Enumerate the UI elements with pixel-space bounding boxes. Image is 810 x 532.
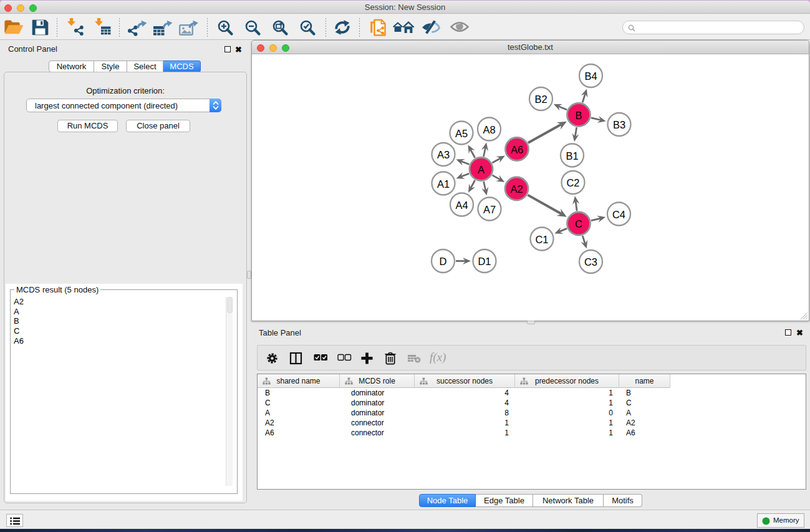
svg-text:A8: A8 — [483, 124, 495, 135]
svg-text:A3: A3 — [437, 149, 450, 160]
svg-text:A4: A4 — [455, 200, 468, 211]
svg-text:A6: A6 — [511, 144, 523, 155]
svg-text:C3: C3 — [584, 256, 597, 268]
svg-text:D1: D1 — [478, 256, 491, 267]
svg-text:B3: B3 — [613, 119, 625, 130]
svg-text:B: B — [575, 110, 582, 121]
svg-text:C1: C1 — [535, 234, 548, 245]
svg-text:A2: A2 — [510, 183, 523, 195]
svg-text:A7: A7 — [483, 204, 496, 215]
svg-text:B1: B1 — [566, 150, 578, 162]
svg-text:B2: B2 — [534, 94, 547, 105]
svg-text:B4: B4 — [584, 70, 597, 82]
svg-text:C: C — [575, 218, 582, 230]
svg-text:A1: A1 — [437, 178, 450, 190]
svg-text:A5: A5 — [455, 128, 468, 139]
svg-text:D: D — [440, 256, 447, 267]
svg-text:C2: C2 — [566, 177, 579, 188]
svg-text:C4: C4 — [612, 209, 625, 220]
svg-text:A: A — [478, 164, 485, 175]
